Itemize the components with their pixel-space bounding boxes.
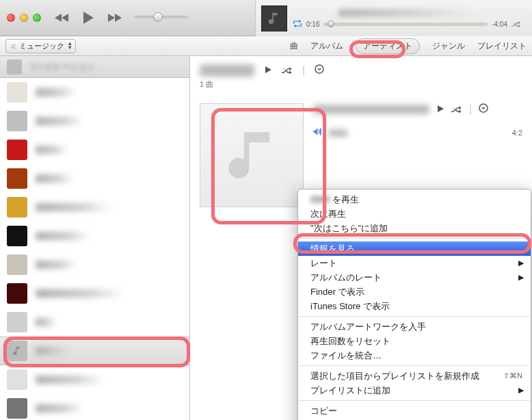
track-duration: 4:2	[512, 129, 522, 137]
context-menu: を再生 次に再生 "次はこちら"に追加 情報を見る レート▶ アルバムのレート▶…	[297, 189, 531, 420]
library-picker-label: ミュージック	[19, 41, 64, 51]
now-playing-artwork-small	[261, 5, 287, 31]
ctx-consolidate[interactable]: ファイルを統合…	[298, 348, 531, 363]
artist-sidebar: コンピレーション	[0, 56, 190, 420]
sidebar-artist-row[interactable]	[0, 394, 189, 420]
sidebar-artist-row[interactable]	[0, 222, 189, 250]
sidebar-artist-row[interactable]	[0, 365, 189, 394]
ctx-copy[interactable]: コピー	[298, 404, 531, 418]
next-track-button[interactable]	[107, 13, 122, 23]
ctx-play-next[interactable]: 次に再生	[298, 207, 531, 221]
view-playlists[interactable]: プレイリスト	[477, 40, 527, 52]
ctx-album-rating[interactable]: アルバムのレート▶	[298, 270, 531, 285]
ctx-new-playlist[interactable]: 選択した項目からプレイリストを新規作成⇧⌘N	[298, 369, 531, 383]
keyboard-shortcut: ⇧⌘N	[503, 371, 522, 380]
ctx-play[interactable]: を再生	[298, 192, 531, 207]
sidebar-artist-row[interactable]	[0, 193, 189, 222]
updown-icon: ▲▼	[67, 42, 72, 50]
main-toolbar: 0:16 -4:04	[0, 0, 532, 36]
volume-slider[interactable]	[134, 16, 189, 20]
view-tabs: 曲 アルバム アーティスト ジャンル プレイリスト	[290, 36, 527, 55]
album-options-button[interactable]	[479, 103, 488, 116]
view-songs[interactable]: 曲	[290, 40, 298, 52]
album-title	[313, 105, 429, 114]
time-remaining: -4:04	[492, 21, 507, 28]
shuffle-artist-button[interactable]	[282, 64, 293, 77]
sidebar-compilations-header[interactable]: コンピレーション	[0, 56, 189, 78]
track-row[interactable]: 4:2	[313, 128, 522, 137]
repeat-icon[interactable]	[293, 20, 302, 29]
window-controls	[7, 14, 41, 22]
time-elapsed: 0:16	[306, 21, 319, 28]
view-albums[interactable]: アルバム	[310, 40, 343, 52]
ctx-add-to-playlist[interactable]: プレイリストに追加▶	[298, 383, 531, 397]
track-count: 1 曲	[200, 79, 522, 90]
ctx-reset-plays[interactable]: 再生回数をリセット	[298, 334, 531, 348]
play-album-button[interactable]	[436, 103, 444, 116]
music-note-icon: ♫	[10, 42, 16, 50]
ctx-get-info[interactable]: 情報を見る	[298, 241, 531, 256]
sidebar-artist-row[interactable]	[0, 250, 189, 279]
submenu-arrow-icon: ▶	[518, 386, 524, 395]
sidebar-artist-row[interactable]	[0, 78, 189, 107]
library-picker[interactable]: ♫ ミュージック ▲▼	[5, 39, 76, 53]
view-bar: ♫ ミュージック ▲▼ 曲 アルバム アーティスト ジャンル プレイリスト	[0, 36, 532, 56]
view-artists[interactable]: アーティスト	[356, 38, 420, 54]
artist-options-button[interactable]	[315, 64, 324, 77]
play-button[interactable]	[82, 11, 94, 25]
track-title	[328, 129, 347, 137]
sidebar-artist-row[interactable]	[0, 107, 189, 135]
close-window-button[interactable]	[7, 14, 15, 22]
sidebar-artist-row-selected[interactable]	[0, 337, 189, 365]
submenu-arrow-icon: ▶	[518, 259, 524, 267]
ctx-show-store[interactable]: iTunes Store で表示	[298, 299, 531, 313]
play-artist-button[interactable]	[264, 64, 272, 77]
zoom-window-button[interactable]	[33, 14, 41, 22]
artist-name	[200, 64, 254, 77]
sidebar-artist-row[interactable]	[0, 135, 189, 164]
now-playing-lcd: 0:16 -4:04	[255, 0, 532, 36]
submenu-arrow-icon: ▶	[518, 273, 524, 282]
previous-track-button[interactable]	[55, 13, 70, 23]
sidebar-artist-row[interactable]	[0, 308, 189, 337]
ctx-get-artwork[interactable]: アルバムアートワークを入手	[298, 319, 531, 334]
sidebar-artist-row[interactable]	[0, 164, 189, 193]
speaker-icon	[313, 128, 321, 137]
shuffle-album-button[interactable]	[451, 103, 462, 116]
ctx-add-up-next[interactable]: "次はこちら"に追加	[298, 221, 531, 235]
album-artwork[interactable]	[200, 103, 304, 207]
ctx-rating[interactable]: レート▶	[298, 256, 531, 270]
ctx-show-finder[interactable]: Finder で表示	[298, 285, 531, 299]
transport-controls	[55, 11, 122, 25]
view-genres[interactable]: ジャンル	[432, 40, 465, 52]
shuffle-icon[interactable]	[511, 20, 521, 29]
progress-bar[interactable]	[323, 23, 488, 26]
sidebar-artist-row[interactable]	[0, 279, 189, 308]
minimize-window-button[interactable]	[20, 14, 28, 22]
now-playing-title	[338, 9, 475, 17]
